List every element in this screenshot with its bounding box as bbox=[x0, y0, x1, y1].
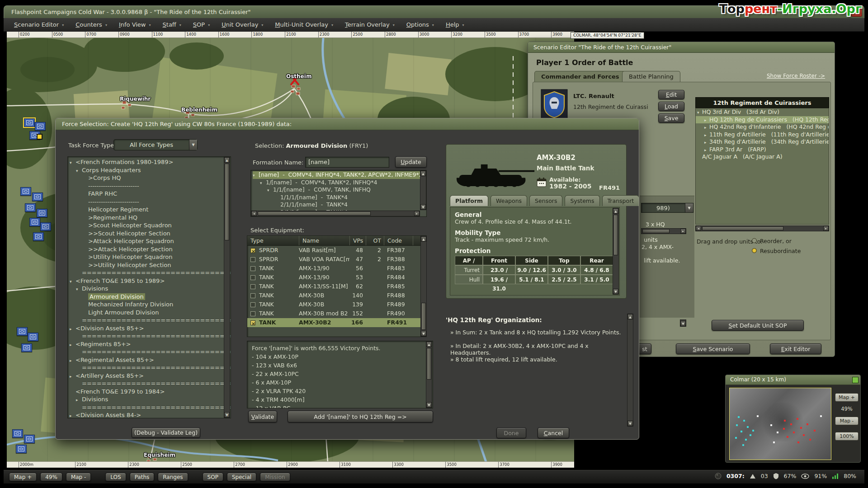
oob-tree-item[interactable]: ▸FARP 3rd Ar (FARP) bbox=[696, 146, 829, 154]
formation-name-input[interactable]: [name] bbox=[305, 157, 389, 168]
chevron-icon[interactable]: ▾ bbox=[260, 179, 266, 187]
catalog-tree-item[interactable]: ▸Divisions bbox=[70, 395, 231, 404]
scroll-left-icon[interactable]: ◂ bbox=[696, 226, 701, 231]
unit-tab[interactable]: Transport bbox=[602, 195, 639, 206]
unit-content-scrollbar[interactable]: ▲▼ bbox=[613, 208, 619, 295]
column-header[interactable]: OT bbox=[366, 236, 384, 245]
equipment-checkbox[interactable] bbox=[250, 275, 255, 280]
catalog-tree-item[interactable]: ▸<Artillery Assets 85+> bbox=[70, 372, 231, 380]
chevron-icon[interactable]: ▸ bbox=[703, 131, 709, 139]
catalog-tree-item[interactable]: ================================== bbox=[70, 348, 231, 356]
menu-item[interactable]: Terrain Overlay bbox=[339, 19, 401, 31]
column-header[interactable]: VPs bbox=[350, 236, 366, 245]
oob-tree-item[interactable]: ▾HQ 3rd Ar Div (3rd Ar Div) bbox=[696, 108, 829, 116]
show-force-roster-link[interactable]: Show Force Roster -> bbox=[767, 73, 825, 79]
catalog-tree-item[interactable]: ▾<French TO&E 1985 to 1989> bbox=[70, 277, 231, 285]
menu-item[interactable]: Multi-Unit Overlay bbox=[269, 19, 339, 31]
catalog-tree-item[interactable]: >Scout Helicopter Squadron bbox=[70, 221, 231, 230]
unit-counter[interactable] bbox=[29, 218, 40, 226]
status-bar-button[interactable]: Map + bbox=[9, 473, 37, 481]
oob-tree-item[interactable]: A/C Jaguar A (A/C Jaguar A) bbox=[696, 153, 829, 161]
task-force-type-dropdown[interactable]: All Force Types ▼ bbox=[113, 139, 198, 150]
oob-tree-item[interactable]: ▸11th Reg d'Artillerie (11th Reg d'Artil… bbox=[696, 131, 829, 139]
menu-item[interactable]: SOP bbox=[187, 19, 216, 31]
edit-button[interactable]: Edit bbox=[658, 90, 684, 99]
unit-tab[interactable]: Sensors bbox=[529, 195, 562, 206]
oob-tree-item[interactable]: ▸34th Reg d'Artillerie (34th Reg d'Artil… bbox=[696, 138, 829, 146]
catalog-tree-item[interactable]: >Corps HQ bbox=[70, 174, 231, 182]
minimap-full-zoom-button[interactable]: 100% bbox=[835, 432, 859, 441]
unit-counter[interactable] bbox=[33, 232, 44, 241]
chevron-icon[interactable]: ▾ bbox=[696, 109, 702, 116]
equipment-row[interactable]: TANK AMX-30B mod B2 152 FR490 bbox=[247, 309, 426, 318]
catalog-tree-item[interactable]: ================================== bbox=[70, 364, 231, 372]
catalog-tree-item[interactable]: ▾Divisions bbox=[70, 285, 231, 293]
catalog-tree-item[interactable]: ▸<Regiments 85+> bbox=[70, 340, 231, 348]
equipment-checkbox[interactable] bbox=[250, 266, 255, 271]
column-header[interactable]: Name bbox=[299, 236, 350, 245]
scroll-right-icon[interactable]: ▸ bbox=[680, 229, 686, 234]
reorder-radio-label[interactable]: Reorder, or bbox=[760, 238, 792, 244]
unit-counter[interactable] bbox=[12, 429, 23, 438]
catalog-tree-item[interactable]: FARP RHC bbox=[70, 190, 231, 198]
menu-item[interactable]: Counters bbox=[70, 19, 113, 31]
chevron-icon[interactable]: ▸ bbox=[703, 117, 709, 124]
save-button[interactable]: Save bbox=[658, 113, 684, 123]
formation-tree-item[interactable]: ▾1/[name] - COMV*4, TANK*2, INFHQ*4 bbox=[253, 179, 426, 187]
catalog-tree-item[interactable]: >Attack Helicopter Squadron bbox=[70, 237, 231, 245]
unit-counter[interactable] bbox=[25, 203, 36, 212]
unit-counter[interactable] bbox=[16, 445, 27, 453]
scroll-right-icon[interactable]: ▸ bbox=[414, 211, 420, 216]
exit-editor-button[interactable]: Exit Editor bbox=[770, 343, 821, 354]
catalog-tree-item[interactable]: ▾Corps Headquarters bbox=[70, 166, 231, 174]
unit-counter[interactable] bbox=[20, 187, 31, 196]
unit-counter[interactable] bbox=[17, 327, 28, 336]
unit-counter[interactable] bbox=[40, 222, 51, 231]
catalog-tree-item[interactable]: ================================== bbox=[70, 316, 231, 324]
menu-item[interactable]: Staff bbox=[157, 19, 187, 31]
equipment-checkbox[interactable] bbox=[250, 248, 255, 253]
oob-horizontal-scrollbar[interactable]: ◂▸ bbox=[695, 225, 829, 231]
catalog-tree-item[interactable]: ▾<French Formations 1980-1989> bbox=[70, 158, 231, 166]
column-header[interactable]: Type bbox=[247, 236, 299, 245]
catalog-tree-item[interactable]: >Regimental HQ bbox=[70, 214, 231, 222]
equipment-checkbox[interactable] bbox=[250, 320, 255, 325]
column-header[interactable]: Code bbox=[384, 236, 413, 245]
catalog-tree-item[interactable]: Armoured Division bbox=[70, 293, 231, 301]
status-bar-button[interactable]: 49% bbox=[40, 473, 62, 481]
chevron-down-icon[interactable]: ▼ bbox=[685, 203, 693, 212]
oob-tree-item[interactable]: ▸HQ 12th Reg de Cuirassiers (HQ 12th Reg… bbox=[696, 116, 829, 124]
set-default-unit-sop-button[interactable]: Set Default Unit SOP bbox=[712, 320, 804, 331]
catalog-tree-item[interactable]: ================================== bbox=[70, 269, 231, 277]
add-formation-button[interactable]: Add '[name]' to HQ 12th Reg => bbox=[288, 411, 433, 422]
minimap-zoom-out-button[interactable]: Map - bbox=[835, 417, 859, 425]
unit-counter[interactable] bbox=[37, 209, 47, 217]
equipment-checkbox[interactable] bbox=[250, 311, 255, 316]
organization-scrollbar[interactable]: ▲▼ bbox=[627, 314, 633, 427]
equipment-row[interactable]: TANK AMX-30B2 166 FR491 bbox=[247, 318, 426, 327]
summary-scrollbar[interactable]: ▲▼ bbox=[426, 341, 432, 408]
occluded-dropdown[interactable]: 989) ▼ bbox=[641, 203, 693, 213]
chevron-icon[interactable]: ▸ bbox=[703, 139, 709, 146]
catalog-tree-item[interactable]: >Utility Helicopter Squadron bbox=[70, 253, 231, 261]
catalog-tree-item[interactable]: Helicopter Regiment bbox=[70, 206, 231, 214]
catalog-tree-item[interactable]: ▸<Division Assets 85+> bbox=[70, 324, 231, 333]
status-bar-button[interactable]: Special bbox=[227, 473, 256, 481]
equipment-checkbox[interactable] bbox=[250, 293, 255, 298]
tab-commander-and-forces[interactable]: Commander and Forces bbox=[534, 71, 626, 82]
equipment-row[interactable]: TANK AMX-30B 140 FR488 bbox=[247, 291, 426, 300]
unit-counter[interactable] bbox=[35, 122, 46, 131]
unit-counter[interactable] bbox=[24, 435, 35, 443]
equipment-checkbox[interactable] bbox=[250, 302, 255, 307]
update-button[interactable]: Update bbox=[395, 156, 427, 168]
catalog-tree-item[interactable]: ------------------------ bbox=[70, 182, 231, 190]
minimap-toggle-icon[interactable] bbox=[852, 377, 859, 383]
formation-tree-item[interactable]: ▾1/1/[name] - COMV, TANK, INFHQ bbox=[253, 186, 426, 194]
tab-battle-planning[interactable]: Battle Planning bbox=[622, 71, 680, 82]
catalog-tree-item[interactable]: ================================== bbox=[70, 380, 231, 388]
minimap-image[interactable] bbox=[729, 388, 831, 460]
menu-item[interactable]: Scenario Editor bbox=[8, 19, 70, 31]
occluded-scroll-down[interactable]: ▼ bbox=[680, 319, 686, 327]
catalog-tree-item[interactable]: Mechanized Infantry Division bbox=[70, 300, 231, 309]
status-bar-button[interactable]: Paths bbox=[130, 473, 155, 481]
